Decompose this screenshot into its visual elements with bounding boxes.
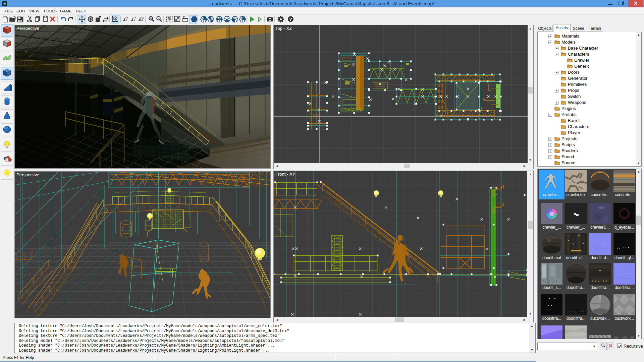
svg-text:?: ? — [289, 17, 292, 22]
